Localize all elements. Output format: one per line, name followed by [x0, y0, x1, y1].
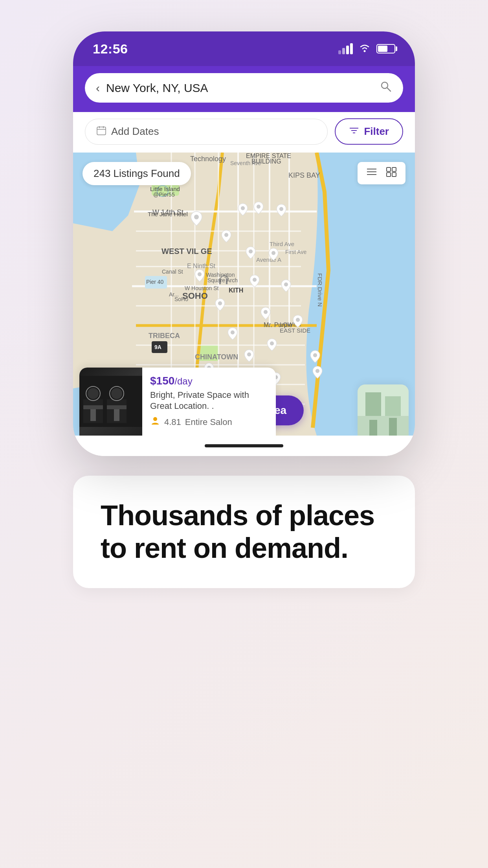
- svg-text:First Ave: First Ave: [285, 249, 306, 255]
- svg-text:Seventh Ave: Seventh Ave: [230, 160, 261, 166]
- map-pin[interactable]: [260, 307, 271, 322]
- svg-text:Technology: Technology: [190, 155, 226, 163]
- map-pin[interactable]: [310, 350, 321, 365]
- listing-card-peek[interactable]: [358, 384, 409, 436]
- svg-text:Pier 40: Pier 40: [146, 279, 164, 285]
- filter-icon: [349, 125, 359, 138]
- svg-text:FDR Drive N: FDR Drive N: [317, 273, 323, 307]
- list-view-button[interactable]: [363, 166, 380, 180]
- listing-card[interactable]: $150/day Bright, Private Space with Grea…: [79, 368, 276, 436]
- grid-view-button[interactable]: [383, 166, 400, 180]
- svg-point-90: [270, 342, 274, 346]
- phone-frame: 12:56 ‹ New York, NY, USA: [73, 31, 415, 456]
- svg-point-81: [249, 250, 253, 254]
- listing-image: [79, 368, 142, 436]
- svg-point-86: [218, 302, 222, 305]
- map-pin[interactable]: [221, 230, 232, 245]
- svg-point-87: [264, 310, 268, 314]
- person-icon: [150, 416, 160, 428]
- search-icon[interactable]: [380, 80, 392, 96]
- listings-count-text: 243 Listings Found: [94, 167, 180, 180]
- add-dates-button[interactable]: Add Dates: [85, 119, 328, 145]
- svg-point-78: [257, 205, 261, 209]
- svg-point-77: [241, 206, 245, 210]
- add-dates-label: Add Dates: [111, 125, 159, 138]
- svg-rect-116: [389, 418, 397, 436]
- listing-price: $150/day: [150, 375, 268, 387]
- svg-rect-75: [392, 173, 396, 177]
- svg-text:W Houston St: W Houston St: [185, 285, 218, 291]
- svg-point-91: [247, 353, 251, 357]
- svg-text:SoHo: SoHo: [174, 296, 188, 302]
- search-bar[interactable]: ‹ New York, NY, USA: [85, 73, 403, 103]
- svg-point-80: [224, 233, 228, 237]
- filter-label: Filter: [364, 125, 389, 138]
- back-button[interactable]: ‹: [96, 81, 100, 95]
- peek-card-image: [358, 384, 409, 436]
- map-pin[interactable]: [249, 274, 260, 289]
- map-pin[interactable]: [245, 246, 256, 261]
- svg-rect-115: [369, 420, 377, 436]
- svg-rect-113: [365, 392, 381, 416]
- svg-text:@Pier55: @Pier55: [153, 191, 175, 198]
- svg-point-82: [272, 251, 275, 255]
- listing-rating: 4.81: [164, 417, 181, 427]
- map-pin[interactable]: [237, 203, 248, 218]
- price-amount: $150: [150, 375, 174, 387]
- calendar-icon: [96, 125, 106, 138]
- status-time: 12:56: [93, 41, 128, 57]
- svg-point-85: [284, 283, 288, 287]
- svg-point-83: [198, 272, 202, 276]
- svg-point-95: [316, 369, 319, 373]
- home-bar: [205, 444, 283, 447]
- map-pin[interactable]: [194, 269, 205, 284]
- view-toggle: [358, 162, 405, 184]
- svg-text:TRIBECA: TRIBECA: [149, 332, 180, 340]
- filter-button[interactable]: Filter: [335, 118, 403, 145]
- map-pin[interactable]: [227, 327, 238, 342]
- svg-point-89: [231, 331, 235, 335]
- map-pin[interactable]: [244, 349, 255, 364]
- svg-text:WEST VIL   GE: WEST VIL GE: [161, 247, 212, 256]
- map-pin[interactable]: [281, 279, 292, 294]
- svg-text:Third Ave: Third Ave: [270, 241, 294, 247]
- map-pin[interactable]: [268, 248, 279, 263]
- svg-rect-3: [97, 127, 106, 135]
- filter-row: Add Dates Filter: [73, 112, 415, 153]
- svg-rect-109: [107, 405, 127, 409]
- map-pin[interactable]: [266, 338, 277, 353]
- svg-text:CHINATOWN: CHINATOWN: [195, 353, 238, 361]
- listing-title: Bright, Private Space with Great Locatio…: [150, 390, 268, 412]
- tagline-text: Thousands of places to rent on demand.: [101, 499, 387, 565]
- svg-point-79: [279, 207, 283, 211]
- listing-details: $150/day Bright, Private Space with Grea…: [142, 368, 276, 436]
- svg-point-104: [88, 388, 99, 399]
- svg-rect-72: [387, 167, 391, 171]
- map-pin[interactable]: [253, 201, 264, 216]
- listing-type: Entire Salon: [185, 417, 232, 427]
- svg-rect-108: [83, 405, 103, 409]
- svg-text:9A: 9A: [154, 344, 161, 350]
- map-container[interactable]: Pier 40 9A Technology EMPIRE STATE BUILD…: [73, 153, 415, 436]
- home-indicator: [73, 436, 415, 456]
- svg-rect-73: [392, 167, 396, 171]
- map-pin[interactable]: [215, 298, 226, 313]
- tagline-line1: Thousands of places: [101, 500, 374, 531]
- listings-count-badge: 243 Listings Found: [83, 162, 191, 185]
- svg-text:E Ninth St: E Ninth St: [187, 263, 216, 269]
- map-pin[interactable]: [312, 366, 323, 381]
- wifi-icon: [358, 42, 371, 55]
- map-pin[interactable]: [190, 211, 203, 228]
- svg-text:Canal St: Canal St: [162, 268, 183, 275]
- svg-point-0: [364, 50, 366, 52]
- map-pin[interactable]: [276, 204, 287, 219]
- svg-text:KITH: KITH: [229, 287, 243, 294]
- status-bar: 12:56: [73, 31, 415, 66]
- tagline-section: Thousands of places to rent on demand.: [73, 476, 415, 588]
- svg-rect-106: [90, 409, 96, 421]
- map-pin[interactable]: [292, 314, 303, 329]
- svg-rect-74: [387, 173, 391, 177]
- svg-rect-114: [385, 396, 401, 416]
- svg-rect-101: [128, 399, 140, 423]
- search-input[interactable]: New York, NY, USA: [106, 81, 373, 95]
